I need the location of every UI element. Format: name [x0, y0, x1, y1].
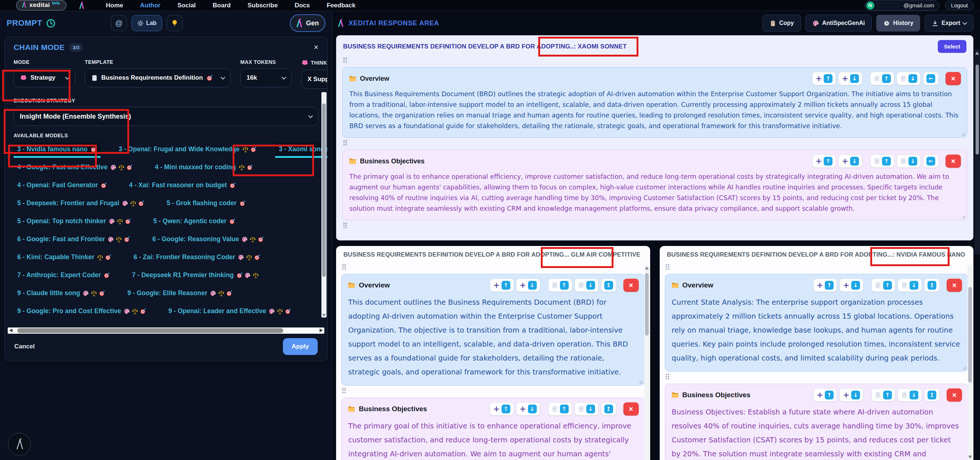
delete-section-button[interactable]: ×: [624, 279, 639, 292]
model-option[interactable]: 5 - Deepseek: Frontier and Frugal: [14, 197, 148, 210]
model-option[interactable]: 7 - Deepseek R1 Premier thinking: [129, 269, 263, 282]
scrollbar-thumb[interactable]: [322, 104, 326, 277]
antispecgenai-button[interactable]: AntiSpecGenAi: [805, 15, 872, 32]
resize-grip[interactable]: [961, 214, 965, 219]
add-section-below-button[interactable]: +↓: [516, 279, 540, 292]
paste-section-up-button[interactable]: ↑: [548, 402, 572, 415]
paste-section-down-button[interactable]: ↓: [574, 279, 598, 292]
paste-section-down-button[interactable]: ↓: [898, 279, 922, 292]
model-option[interactable]: 9 - Google: Pro and Cost Effective: [14, 305, 150, 318]
drag-handle-icon[interactable]: ⠿: [664, 372, 675, 383]
paste-section-down-button[interactable]: ↓: [897, 72, 921, 85]
add-section-above-button[interactable]: +↑: [813, 279, 837, 292]
move-section-button[interactable]: ←: [923, 72, 939, 85]
add-section-below-button[interactable]: +↓: [840, 279, 863, 292]
scroll-up-arrow-icon[interactable]: [645, 267, 649, 270]
nav-item-feedback[interactable]: Feedback: [326, 2, 355, 9]
paste-section-up-button[interactable]: ↑: [872, 279, 895, 292]
model-option[interactable]: 4 - Xai: Fast reasoner on budget: [126, 179, 240, 192]
move-section-button[interactable]: ←: [923, 155, 939, 168]
corner-logo[interactable]: [8, 433, 31, 455]
add-section-below-button[interactable]: +↓: [838, 155, 862, 168]
model-option[interactable]: 4 - Openai: Fast Generator: [14, 179, 111, 192]
response-vertical-scrollbar[interactable]: [975, 49, 980, 254]
drag-handle-icon[interactable]: ⠿: [342, 55, 353, 67]
scrollbar-thumb[interactable]: [975, 65, 979, 155]
scrollbar-thumb[interactable]: [968, 287, 972, 383]
move-section-button[interactable]: ↥: [601, 279, 616, 292]
cancel-button[interactable]: Cancel: [14, 343, 35, 350]
move-section-button[interactable]: ↥: [601, 402, 616, 415]
models-vertical-scrollbar[interactable]: [321, 92, 326, 318]
section-body[interactable]: Current State Analysis: The enterprise s…: [671, 294, 963, 366]
nav-item-subscribe[interactable]: Subscribe: [248, 2, 278, 9]
add-section-above-button[interactable]: +↑: [812, 155, 836, 168]
paste-section-up-button[interactable]: ↑: [872, 388, 895, 402]
model-option[interactable]: 9 - Openai: Leader and Effective: [165, 305, 295, 318]
mode-select[interactable]: Strategy: [14, 68, 75, 87]
nav-item-author[interactable]: Author: [140, 2, 161, 9]
model-option[interactable]: 3 - Openai: Frugal and Wide Knowledge: [115, 143, 261, 156]
model-option[interactable]: 6 - Zai: Frontier Reasoning Coder: [130, 251, 264, 264]
paste-section-up-button[interactable]: ↑: [870, 155, 894, 168]
model-option[interactable]: 5 - Qwen: Agentic coder: [150, 215, 240, 228]
section-body[interactable]: The primary goal is to enhance operation…: [348, 170, 961, 215]
model-option[interactable]: 5 - Grok flashing coder: [163, 197, 250, 210]
paste-section-down-button[interactable]: ↓: [898, 388, 922, 402]
apply-button[interactable]: Apply: [283, 338, 318, 355]
paste-section-up-button[interactable]: ↑: [870, 72, 894, 85]
section-body[interactable]: Business Objectives: Establish a future …: [671, 404, 963, 460]
model-option[interactable]: 6 - Kimi: Capable Thinker: [14, 251, 115, 264]
history-button[interactable]: History: [876, 15, 920, 32]
add-section-below-button[interactable]: +↓: [838, 72, 862, 85]
section-body[interactable]: This document outlines the Business Requ…: [347, 294, 639, 380]
scrollbar-thumb[interactable]: [17, 328, 283, 333]
drag-handle-icon[interactable]: ⠿: [342, 220, 353, 232]
scroll-right-arrow-icon[interactable]: [320, 329, 323, 332]
resize-grip[interactable]: [639, 380, 643, 383]
nav-item-docs[interactable]: Docs: [294, 2, 310, 9]
section-body[interactable]: The primary goal of this initiative is t…: [347, 418, 639, 460]
drag-handle-icon[interactable]: ⠿: [342, 138, 353, 150]
section-body[interactable]: This Business Requirements Document (BRD…: [348, 87, 961, 132]
model-option[interactable]: 9 - Claude little song: [14, 287, 109, 300]
drag-handle-icon[interactable]: ⠿: [340, 262, 352, 274]
copy-button[interactable]: Copy: [762, 15, 801, 32]
move-section-button[interactable]: ↥: [924, 279, 940, 292]
model-option[interactable]: 7 - Anthropic: Expert Coder: [14, 269, 114, 282]
select-button[interactable]: Select: [938, 40, 966, 53]
scroll-up-arrow-icon[interactable]: [975, 51, 979, 55]
export-button[interactable]: Export: [924, 15, 974, 32]
clock-icon[interactable]: [46, 18, 56, 28]
resize-grip[interactable]: [961, 132, 965, 136]
model-option[interactable]: 4 - Mini maxxed for coding: [151, 161, 257, 174]
add-section-above-button[interactable]: +↑: [490, 279, 514, 292]
close-icon[interactable]: ×: [314, 43, 318, 51]
delete-section-button[interactable]: ×: [945, 155, 961, 168]
paste-section-up-button[interactable]: ↑: [548, 279, 572, 292]
lab-button[interactable]: Lab: [131, 15, 162, 31]
scrollbar-thumb[interactable]: [645, 273, 649, 335]
add-section-below-button[interactable]: +↓: [840, 388, 863, 402]
add-section-above-button[interactable]: +↑: [812, 72, 836, 85]
model-option[interactable]: 3 - Nvidia famous nano: [14, 143, 100, 158]
panel-vertical-scrollbar[interactable]: [644, 265, 649, 460]
delete-section-button[interactable]: ×: [624, 402, 639, 415]
logout-button[interactable]: Logout: [945, 1, 974, 10]
model-option[interactable]: 4 - Google: Fast and Effective: [14, 161, 137, 174]
max-tokens-select[interactable]: 16k: [240, 68, 292, 87]
resize-grip[interactable]: [962, 366, 966, 370]
model-option[interactable]: 9 - Google: Elite Reasoner: [124, 287, 236, 300]
idea-button[interactable]: [167, 15, 183, 31]
panel-vertical-scrollbar[interactable]: [967, 265, 973, 460]
paste-section-down-button[interactable]: ↓: [897, 155, 921, 168]
add-section-above-button[interactable]: +↑: [813, 388, 837, 402]
nav-item-social[interactable]: Social: [177, 2, 196, 9]
model-option[interactable]: 6 - Google: Fast and Frontier: [14, 233, 134, 246]
nav-item-board[interactable]: Board: [213, 2, 231, 9]
mention-button[interactable]: @: [111, 15, 127, 31]
nav-item-home[interactable]: Home: [106, 2, 123, 9]
account-pill[interactable]: N @gmail.com: [864, 0, 940, 11]
move-section-button[interactable]: ↥: [924, 388, 940, 402]
delete-section-button[interactable]: ×: [947, 388, 962, 402]
